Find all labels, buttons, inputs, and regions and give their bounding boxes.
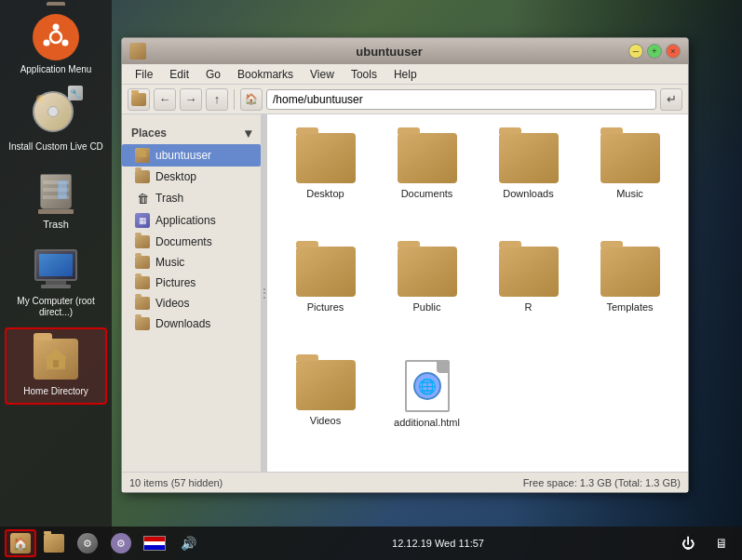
file-item-public[interactable]: Public <box>380 239 474 345</box>
up-button[interactable]: ↑ <box>206 88 228 111</box>
ubuntu-logo-icon <box>32 13 80 61</box>
sidebar-trash-nav-icon: 🗑 <box>135 191 150 206</box>
taskbar-bottom-home-icon: 🏠 <box>10 533 31 553</box>
sidebar-item-install-cd[interactable]: 🔧 Install Custom Live CD <box>5 85 107 158</box>
sidebar-apps-nav-icon: ▦ <box>135 213 150 228</box>
file-item-additional-html[interactable]: 🌐 additional.html <box>380 353 474 460</box>
sidebar-documents-icon <box>135 235 150 248</box>
sidebar-item-music[interactable]: Music <box>122 252 261 273</box>
templates-folder-icon <box>600 247 660 297</box>
taskbar-bottom-extra2[interactable]: ⚙ <box>105 529 137 557</box>
sidebar-item-ubuntuuser[interactable]: ubuntuuser <box>122 144 261 167</box>
menu-help[interactable]: Help <box>386 66 425 83</box>
sidebar-home-icon <box>135 148 150 163</box>
window-folder-icon <box>129 43 146 60</box>
music-folder-icon <box>600 133 660 183</box>
file-item-videos[interactable]: Videos <box>278 353 372 460</box>
taskbar-extra1-icon: ⚙ <box>77 533 98 553</box>
back-button[interactable]: ← <box>154 88 176 111</box>
toolbar-icon-btn[interactable] <box>128 88 150 111</box>
file-item-templates[interactable]: Templates <box>583 239 677 345</box>
sidebar-item-home-directory[interactable]: Home Directory <box>5 327 107 405</box>
taskbar-bottom-volume[interactable]: 🔊 <box>172 529 204 557</box>
title-bar: ubuntuuser ─ + × <box>122 38 688 64</box>
sidebar-item-my-computer[interactable]: My Computer (root direct...) <box>5 239 107 324</box>
music-folder-label: Music <box>616 187 643 200</box>
taskbar-extra2-icon: ⚙ <box>111 533 131 553</box>
minimize-button[interactable]: ─ <box>628 44 643 59</box>
taskbar-bottom-screen[interactable]: 🖥 <box>706 529 737 557</box>
sidebar-pictures-label: Pictures <box>155 276 196 289</box>
sidebar-item-documents[interactable]: Documents <box>122 232 261 252</box>
sidebar-desktop-label: Desktop <box>155 170 196 183</box>
pictures-folder-icon <box>296 247 356 297</box>
close-button[interactable]: × <box>666 44 681 59</box>
menu-bar: File Edit Go Bookmarks View Tools Help <box>122 64 688 85</box>
go-button[interactable]: ↵ <box>660 88 682 111</box>
html-globe-icon: 🌐 <box>413 372 441 400</box>
my-computer-icon <box>32 245 80 293</box>
menu-edit[interactable]: Edit <box>162 66 196 83</box>
address-bar[interactable]: /home/ubuntuuser <box>266 89 656 110</box>
file-item-pictures[interactable]: Pictures <box>278 239 372 345</box>
taskbar-bottom-power[interactable]: ⏻ <box>672 529 704 557</box>
file-item-documents[interactable]: Documents <box>380 126 474 232</box>
taskbar-left: Application Menu 🔧 Install Custom Live C… <box>0 0 112 560</box>
sidebar-music-icon <box>135 256 150 269</box>
screen-icon: 🖥 <box>715 536 728 551</box>
taskbar-bottom-flag[interactable] <box>139 529 170 557</box>
file-item-r[interactable]: R <box>481 239 575 345</box>
flag-icon <box>143 536 166 551</box>
taskbar-bottom-home[interactable]: 🏠 <box>5 529 36 557</box>
sidebar-music-label: Music <box>155 256 184 269</box>
menu-view[interactable]: View <box>303 66 342 83</box>
install-cd-label: Install Custom Live CD <box>8 141 103 153</box>
status-items-count: 10 items (57 hidden) <box>129 477 223 488</box>
documents-folder-label: Documents <box>401 187 453 200</box>
file-item-music[interactable]: Music <box>583 126 677 232</box>
forward-button[interactable]: → <box>180 88 202 111</box>
trash-label: Trash <box>43 219 69 230</box>
menu-tools[interactable]: Tools <box>344 66 384 83</box>
file-manager-window: ubuntuuser ─ + × File Edit Go Bookmarks … <box>121 37 689 493</box>
sidebar-downloads-label: Downloads <box>155 317 210 330</box>
file-item-desktop[interactable]: Desktop <box>278 126 372 232</box>
file-item-downloads[interactable]: Downloads <box>481 126 575 232</box>
sidebar-item-desktop[interactable]: Desktop <box>122 167 261 187</box>
public-folder-label: Public <box>413 300 441 313</box>
address-text: /home/ubuntuuser <box>273 93 363 106</box>
sidebar-ubuntuuser-label: ubuntuuser <box>155 149 211 162</box>
sidebar-item-app-menu[interactable]: Application Menu <box>5 7 107 81</box>
taskbar-bottom-files[interactable] <box>38 529 70 557</box>
maximize-button[interactable]: + <box>647 44 662 59</box>
sidebar-item-applications-nav[interactable]: ▦ Applications <box>122 209 261 232</box>
sidebar-desktop-icon <box>135 170 150 183</box>
install-cd-icon: 🔧 <box>32 90 80 139</box>
window-controls: ─ + × <box>628 44 681 59</box>
videos-folder-label: Videos <box>310 414 341 427</box>
window-title: ubuntuuser <box>150 45 628 59</box>
menu-go[interactable]: Go <box>198 66 228 83</box>
taskbar-bottom-extra1[interactable]: ⚙ <box>72 529 103 557</box>
sidebar-toggle[interactable]: ▾ <box>245 126 251 140</box>
r-folder-icon <box>499 247 559 297</box>
home-directory-icon <box>32 335 80 383</box>
menu-file[interactable]: File <box>128 66 160 83</box>
taskbar-clock: 12.12.19 Wed 11:57 <box>360 538 516 549</box>
svg-point-3 <box>44 40 50 47</box>
menu-bookmarks[interactable]: Bookmarks <box>230 66 301 83</box>
sidebar-item-downloads[interactable]: Downloads <box>122 313 261 334</box>
sidebar-item-pictures[interactable]: Pictures <box>122 273 261 293</box>
sidebar-item-trash-nav[interactable]: 🗑 Trash <box>122 187 261 209</box>
sidebar-pictures-icon <box>135 276 150 289</box>
sidebar-item-trash[interactable]: Trash <box>5 162 107 235</box>
sidebar-applications-label: Applications <box>155 214 216 227</box>
r-folder-label: R <box>525 300 533 313</box>
pictures-folder-label: Pictures <box>307 300 344 313</box>
home-directory-label: Home Directory <box>23 386 88 397</box>
sidebar-section-places: Places ▾ <box>122 122 261 144</box>
toolbar: ← → ↑ 🏠 /home/ubuntuuser ↵ <box>122 85 688 114</box>
home-toolbar-button[interactable]: 🏠 <box>240 88 263 111</box>
sidebar-item-videos[interactable]: Videos <box>122 293 261 313</box>
additional-html-label: additional.html <box>394 416 460 429</box>
